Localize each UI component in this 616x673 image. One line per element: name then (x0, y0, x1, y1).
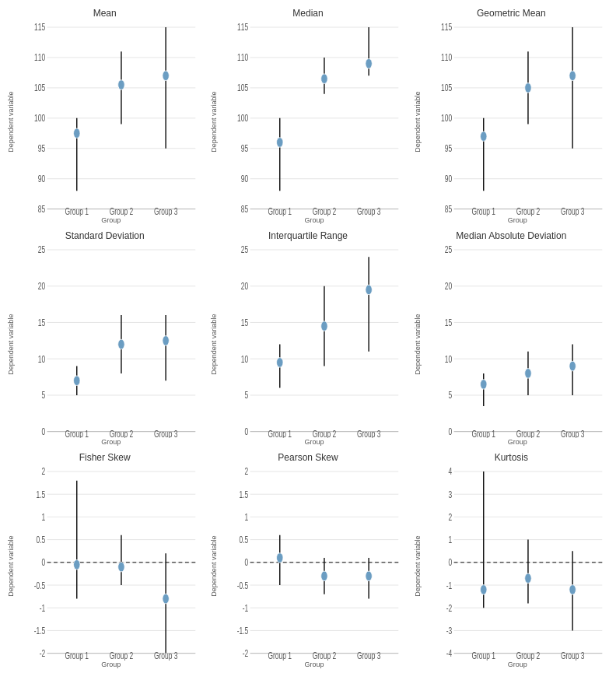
svg-text:Group 3: Group 3 (154, 205, 178, 216)
svg-text:-3: -3 (446, 626, 452, 636)
svg-text:Group 3: Group 3 (561, 650, 585, 661)
svg-text:Group 1: Group 1 (268, 428, 292, 439)
svg-text:0: 0 (448, 557, 452, 568)
y-axis-label-mean: Dependent variable (5, 20, 17, 224)
svg-point-216 (480, 585, 486, 595)
y-axis-label-median: Dependent variable (208, 20, 220, 224)
svg-point-41 (321, 74, 327, 84)
svg-text:0: 0 (42, 557, 46, 568)
svg-text:Group 1: Group 1 (268, 650, 292, 661)
svg-text:Group 3: Group 3 (357, 650, 381, 661)
svg-point-162 (163, 594, 169, 605)
x-axis-label-median: Group (220, 216, 408, 224)
svg-point-63 (480, 131, 486, 142)
svg-text:115: 115 (441, 22, 452, 33)
svg-text:105: 105 (441, 82, 452, 93)
svg-point-17 (118, 80, 124, 90)
svg-text:-1: -1 (446, 580, 452, 591)
svg-text:Group 2: Group 2 (313, 205, 337, 216)
svg-text:90: 90 (444, 173, 451, 184)
svg-text:Group 1: Group 1 (471, 650, 495, 661)
svg-text:0: 0 (245, 557, 249, 568)
svg-text:20: 20 (444, 280, 451, 291)
svg-point-158 (74, 560, 80, 570)
svg-text:Group 3: Group 3 (357, 205, 381, 216)
svg-text:Group 3: Group 3 (154, 650, 178, 661)
svg-text:Group 1: Group 1 (65, 205, 89, 216)
svg-text:25: 25 (38, 244, 45, 254)
svg-point-65 (524, 83, 530, 93)
y-axis-label-fisher-skew: Dependent variable (5, 464, 17, 668)
svg-text:Group 3: Group 3 (154, 428, 178, 439)
svg-text:2: 2 (245, 466, 249, 477)
svg-point-85 (74, 376, 80, 386)
chart-title-mad: Median Absolute Deviation (456, 230, 566, 241)
chart-fisher-skew: Fisher SkewDependent variable-2-1.5-1-0.… (3, 447, 206, 670)
y-axis-label-iqr: Dependent variable (208, 243, 220, 447)
svg-text:95: 95 (241, 143, 248, 154)
svg-text:Group 3: Group 3 (561, 205, 585, 216)
svg-text:-4: -4 (446, 648, 452, 659)
svg-text:15: 15 (241, 317, 248, 328)
svg-point-191 (366, 571, 372, 581)
svg-text:Group 2: Group 2 (110, 205, 134, 216)
chart-title-fisher-skew: Fisher Skew (79, 452, 131, 463)
svg-text:20: 20 (241, 280, 248, 291)
svg-text:0: 0 (448, 426, 452, 436)
svg-std-dev: 0510152025Group 1Group 2Group 3 (17, 243, 205, 439)
x-axis-label-pearson-skew: Group (220, 661, 408, 668)
svg-text:5: 5 (42, 389, 46, 400)
svg-pearson-skew: -2-1.5-1-0.500.511.52Group 1Group 2Group… (220, 464, 408, 661)
svg-text:85: 85 (444, 203, 451, 214)
svg-text:95: 95 (444, 143, 451, 154)
chart-title-geometric-mean: Geometric Mean (477, 8, 546, 19)
svg-text:-1.5: -1.5 (34, 626, 46, 636)
svg-point-189 (321, 571, 327, 581)
chart-mean: MeanDependent variable859095100105110115… (3, 3, 206, 226)
svg-text:5: 5 (245, 389, 249, 400)
svg-text:Group 1: Group 1 (65, 650, 89, 661)
svg-text:110: 110 (441, 52, 452, 63)
svg-text:Group 2: Group 2 (313, 650, 337, 661)
x-axis-label-mean: Group (17, 216, 205, 224)
svg-point-19 (163, 71, 169, 81)
svg-text:1: 1 (42, 511, 46, 522)
svg-point-218 (524, 573, 530, 584)
chart-iqr: Interquartile RangeDependent variable051… (206, 226, 409, 448)
svg-text:100: 100 (441, 113, 452, 124)
x-axis-label-iqr: Group (220, 438, 408, 446)
svg-text:-2: -2 (446, 602, 452, 613)
svg-text:Group 2: Group 2 (516, 428, 540, 439)
y-axis-label-geometric-mean: Dependent variable (411, 20, 424, 224)
svg-point-133 (569, 361, 576, 371)
svg-text:Group 2: Group 2 (313, 428, 337, 439)
svg-text:1: 1 (245, 511, 249, 522)
svg-iqr: 0510152025Group 1Group 2Group 3 (220, 243, 408, 439)
svg-point-131 (524, 368, 530, 378)
svg-text:0.5: 0.5 (36, 535, 45, 545)
svg-point-67 (569, 71, 576, 81)
svg-text:4: 4 (448, 466, 452, 477)
svg-text:105: 105 (34, 82, 45, 93)
svg-text:Group 1: Group 1 (65, 428, 89, 439)
svg-text:1: 1 (448, 535, 452, 545)
svg-text:Group 3: Group 3 (357, 428, 381, 439)
chart-pearson-skew: Pearson SkewDependent variable-2-1.5-1-0… (206, 447, 409, 670)
svg-text:100: 100 (34, 113, 45, 124)
svg-text:3: 3 (448, 489, 452, 499)
svg-text:10: 10 (38, 353, 45, 364)
x-axis-label-mad: Group (424, 438, 611, 446)
chart-title-kurtosis: Kurtosis (495, 452, 528, 463)
svg-text:90: 90 (241, 173, 248, 184)
svg-text:110: 110 (34, 52, 45, 63)
svg-text:1.5: 1.5 (36, 489, 45, 499)
svg-text:85: 85 (38, 203, 45, 214)
svg-geometric-mean: 859095100105110115Group 1Group 2Group 3 (424, 20, 611, 216)
svg-text:115: 115 (34, 22, 45, 33)
svg-text:-1: -1 (243, 602, 249, 613)
chart-title-std-dev: Standard Deviation (65, 230, 145, 241)
svg-text:Group 3: Group 3 (561, 428, 585, 439)
svg-text:0.5: 0.5 (240, 535, 249, 545)
y-axis-label-mad: Dependent variable (411, 243, 424, 447)
chart-kurtosis: KurtosisDependent variable-4-3-2-101234G… (410, 447, 613, 670)
